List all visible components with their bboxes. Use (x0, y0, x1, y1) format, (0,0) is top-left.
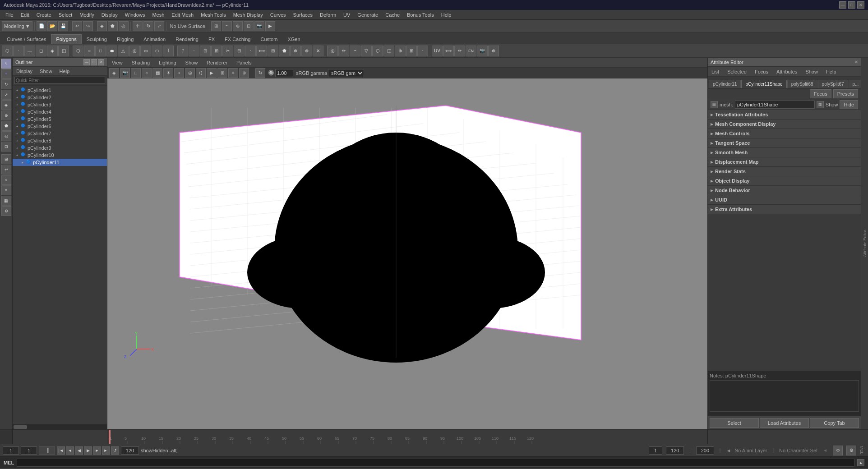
paint-weights-btn[interactable]: ✏ (454, 46, 465, 56)
vp-shadow-btn[interactable]: ▪ (174, 68, 184, 78)
menu-deform[interactable]: Deform (316, 11, 340, 18)
node-tab-polysplit68[interactable]: polySplit68 (787, 80, 817, 88)
mesh-expand-btn[interactable]: ▤ (711, 101, 718, 108)
boolean-btn[interactable]: ⊕ (395, 46, 406, 56)
uv-editor-btn[interactable]: UV (432, 46, 443, 56)
load-attributes-btn[interactable]: Load Attributes (760, 418, 809, 428)
list-item[interactable]: + 🔵 pCylinder4 (13, 108, 107, 115)
playback-end-input[interactable] (666, 446, 684, 455)
menu-bonus-tools[interactable]: Bonus Tools (403, 11, 438, 18)
outliner-hscrollbar[interactable] (13, 424, 107, 429)
snap-point-btn[interactable]: ⊕ (233, 21, 243, 31)
list-item[interactable]: + 🔵 pCylinder5 (13, 115, 107, 123)
node-tab-pcylinder11shape[interactable]: pCylinder11Shape (741, 80, 786, 88)
show-manip-btn[interactable]: ⊕ (1, 110, 11, 120)
expand-icon[interactable]: + (14, 95, 20, 100)
camera-btn[interactable]: 📷 (254, 21, 264, 31)
go-end-btn[interactable]: ►| (102, 446, 110, 455)
menu-uv[interactable]: UV (340, 11, 354, 18)
step-forward-btn[interactable]: ► (93, 446, 101, 455)
tessellation-header[interactable]: ▶ Tessellation Attributes (708, 110, 861, 119)
outliner-help-menu[interactable]: Help (56, 68, 74, 75)
poly-cone-btn[interactable]: △ (118, 46, 129, 56)
paint-btn[interactable]: ◎ (119, 21, 129, 31)
snap-grid-btn[interactable]: ⊞ (211, 21, 221, 31)
expand-icon[interactable]: + (14, 145, 20, 151)
outliner-display-menu[interactable]: Display (13, 68, 36, 75)
node-tab-more[interactable]: p... (849, 80, 861, 88)
poly-sphere-btn[interactable]: ○ (84, 46, 95, 56)
select-bottom-btn[interactable]: Select (710, 418, 759, 428)
menu-create[interactable]: Create (33, 11, 55, 18)
bridge-btn[interactable]: ⬞ (189, 46, 199, 56)
connect-btn[interactable]: ⊞ (268, 46, 278, 56)
snap-view-btn[interactable]: ⊡ (244, 21, 254, 31)
vp-hud-btn[interactable]: ≡ (228, 68, 238, 78)
vp-grid-btn[interactable]: ⊞ (217, 68, 227, 78)
fn-btn[interactable]: FN (466, 46, 476, 56)
viewport-menu-show[interactable]: Show (181, 59, 203, 66)
attr-tab-attributes[interactable]: Attributes (775, 68, 799, 75)
lasso-tool-btn[interactable]: ⬟ (1, 121, 11, 131)
expand-icon[interactable]: ▸ (20, 160, 25, 165)
poly-torus-btn[interactable]: ◎ (129, 46, 140, 56)
transfer-btn[interactable]: ⟺ (443, 46, 454, 56)
notes-textarea[interactable] (710, 380, 859, 412)
attr-tab-focus[interactable]: Focus (753, 68, 770, 75)
outliner-maximize-btn[interactable]: □ (91, 59, 97, 65)
presets-btn[interactable]: Presets (833, 89, 858, 98)
mesh-component-display-header[interactable]: ▶ Mesh Component Display (708, 120, 861, 129)
menu-mesh[interactable]: Mesh (148, 11, 168, 18)
vp-xray-btn[interactable]: ◎ (185, 68, 195, 78)
attribute-editor-close-btn[interactable]: ✕ (854, 60, 858, 64)
detach-btn[interactable]: ⬟ (279, 46, 290, 56)
step-back-btn[interactable]: ◄ (66, 446, 74, 455)
reduce-btn[interactable]: ▽ (361, 46, 372, 56)
scale-tool-btn[interactable]: ⤢ (1, 90, 11, 100)
tab-fx[interactable]: FX (203, 34, 220, 44)
list-item[interactable]: + 🔵 pCylinder2 (13, 94, 107, 101)
poly-cube-btn[interactable]: □ (95, 46, 106, 56)
scale-btn[interactable]: ⤢ (154, 21, 164, 31)
loop-btn[interactable]: ↺ (111, 446, 119, 455)
viewport-menu-shading[interactable]: Shading (127, 59, 154, 66)
play-forward-btn[interactable]: ▶ (84, 446, 92, 455)
create-poly-btn[interactable]: ⬡ (73, 46, 83, 56)
hscroll-thumb[interactable] (14, 425, 27, 429)
separate-btn[interactable]: ⬞ (417, 46, 428, 56)
vp-anim-btn[interactable]: ▶ (207, 68, 217, 78)
attr-spread-btn[interactable]: ▦ (1, 196, 11, 206)
vp-select-btn[interactable]: ◈ (109, 68, 119, 78)
vp-refresh-btn[interactable]: ↻ (255, 68, 265, 78)
menu-cache[interactable]: Cache (382, 11, 403, 18)
menu-generate[interactable]: Generate (354, 11, 382, 18)
open-file-btn[interactable]: 📂 (47, 21, 57, 31)
list-item[interactable]: + 🔵 pCylinder8 (13, 137, 107, 144)
redo-btn[interactable]: ↪ (83, 21, 93, 31)
viewport-menu-panels[interactable]: Panels (232, 59, 256, 66)
collapse-btn[interactable]: ⊗ (301, 46, 312, 56)
menu-edit[interactable]: Edit (17, 11, 33, 18)
expand-icon[interactable]: + (14, 152, 20, 158)
uv-mode-btn[interactable]: ◈ (47, 46, 58, 56)
list-item[interactable]: + 🔵 pCylinder6 (13, 123, 107, 130)
misc-btn[interactable]: ⊕ (488, 46, 499, 56)
viewport-panel[interactable]: View Shading Lighting Show Renderer Pane… (107, 58, 707, 429)
time-end-input[interactable] (121, 446, 139, 455)
viewport-canvas[interactable]: X Y Z (107, 78, 707, 429)
time-start-input[interactable] (3, 446, 19, 455)
smooth-btn[interactable]: ◎ (327, 46, 338, 56)
node-behavior-header[interactable]: ▶ Node Behavior (708, 186, 861, 195)
delete-edge-btn[interactable]: ✕ (313, 46, 323, 56)
anim-settings-btn[interactable]: ⚙ (833, 446, 843, 455)
vertex-mode-btn[interactable]: · (13, 46, 24, 56)
poly-disk-btn[interactable]: ⬭ (152, 46, 162, 56)
list-item[interactable]: + 🔵 pCylinder3 (13, 101, 107, 108)
zoom-input[interactable] (275, 69, 293, 77)
tool-settings-btn[interactable]: ⚙ (1, 206, 11, 216)
list-item[interactable]: + 🔵 pCylinder1 (13, 87, 107, 94)
vp-light-btn[interactable]: ☀ (163, 68, 173, 78)
vp-camera-btn[interactable]: 📷 (120, 68, 130, 78)
lasso-btn[interactable]: ⬟ (108, 21, 118, 31)
viewport-menu-lighting[interactable]: Lighting (154, 59, 181, 66)
